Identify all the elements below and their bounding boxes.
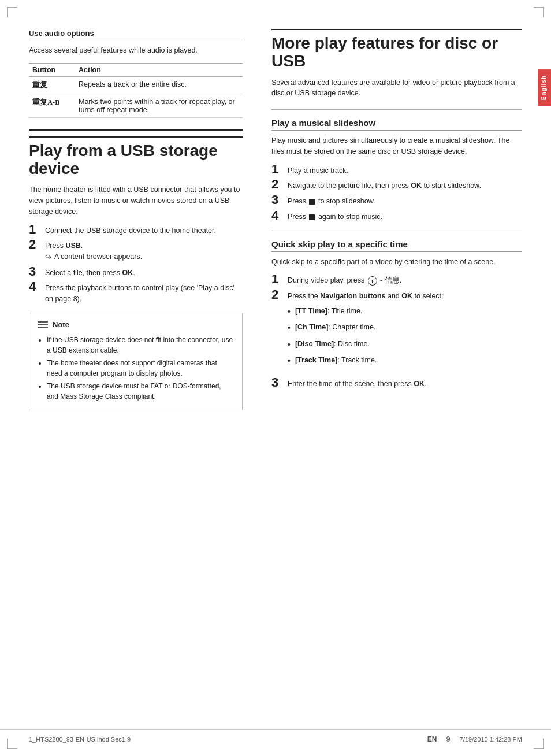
page-wrapper: English Use audio options Access several… <box>0 0 551 756</box>
main-title: More play features for disc or USB <box>271 29 522 71</box>
slideshow-step-2: 2 Navigate to the picture file, then pre… <box>271 179 522 191</box>
footer-right: EN 9 7/19/2010 1:42:28 PM <box>427 735 522 743</box>
usb-step-1: 1 Connect the USB storage device to the … <box>29 224 243 236</box>
quickskip-steps: 1 During video play, press i - 信息. 2 Pre… <box>271 274 522 390</box>
step-text: Press the Navigation buttons and OK to s… <box>288 290 444 302</box>
page-number: 9 <box>446 735 451 743</box>
right-intro: Several advanced features are available … <box>271 77 522 99</box>
slideshow-step-4: 4 Press again to stop music. <box>271 210 522 223</box>
corner-mark-tl <box>7 7 17 17</box>
divider <box>271 231 522 231</box>
step-text: Press again to stop music. <box>288 210 522 223</box>
slideshow-title: Play a musical slideshow <box>271 118 522 131</box>
step-text: Press the playback buttons to control pl… <box>45 281 243 305</box>
quickskip-bullet-list: [TT Time] : Title time. [Ch Time] : Chap… <box>288 305 377 371</box>
table-cell-button: 重复A-B <box>29 94 75 117</box>
language-label: EN <box>427 735 437 743</box>
step-text: Select a file, then press OK. <box>45 266 243 279</box>
note-bullets: If the USB storage device does not fit i… <box>38 335 234 402</box>
language-tab: English <box>538 69 551 106</box>
usb-section-intro: The home theater is fitted with a USB co… <box>29 184 243 217</box>
left-column: Use audio options Access several useful … <box>29 29 243 418</box>
step-number: 1 <box>271 273 288 286</box>
step-number: 4 <box>271 209 288 222</box>
quickskip-section: Quick skip play to a specific time Quick… <box>271 239 522 390</box>
step-text: During video play, press i - 信息. <box>288 274 522 286</box>
arrow-icon: ↪ <box>45 251 51 263</box>
audio-options-title: Use audio options <box>29 29 243 40</box>
step-number: 1 <box>271 163 288 176</box>
note-bullet-item: The USB storage device must be FAT or DO… <box>47 381 234 402</box>
note-icon-line <box>38 324 48 325</box>
step-number: 2 <box>271 178 288 191</box>
footer-date: 7/19/2010 1:42:28 PM <box>460 736 522 743</box>
step-text: Navigate to the picture file, then press… <box>288 179 522 191</box>
section-divider <box>29 129 243 131</box>
table-row: 重复 Repeats a track or the entire disc. <box>29 76 243 94</box>
usb-step-2: 2 Press USB. ↪ A content browser appears… <box>29 239 243 262</box>
usb-section-title: Play from a USB storage device <box>29 136 243 178</box>
step-number: 2 <box>29 238 45 251</box>
quickskip-step-1: 1 During video play, press i - 信息. <box>271 274 522 286</box>
bullet-item-tt: [TT Time] : Title time. <box>288 305 377 318</box>
table-cell-button: 重复 <box>29 76 75 94</box>
slideshow-section: Play a musical slideshow Play music and … <box>271 118 522 223</box>
table-col-button: Button <box>29 63 75 76</box>
step-number: 2 <box>271 288 288 301</box>
corner-mark-tr <box>534 7 544 17</box>
note-icon <box>38 321 48 328</box>
note-bullet-item: The home theater does not support digita… <box>47 358 234 379</box>
usb-steps-list: 1 Connect the USB storage device to the … <box>29 224 243 305</box>
table-cell-action: Repeats a track or the entire disc. <box>75 76 243 94</box>
step-number: 4 <box>29 280 45 293</box>
audio-options-table: Button Action 重复 Repeats a track or the … <box>29 63 243 118</box>
table-cell-action: Marks two points within a track for repe… <box>75 94 243 117</box>
slideshow-step-1: 1 Play a music track. <box>271 164 522 176</box>
usb-step-4: 4 Press the playback buttons to control … <box>29 281 243 305</box>
stop-symbol <box>309 214 315 220</box>
audio-options-intro: Access several useful features while aud… <box>29 45 243 56</box>
content-area: Use audio options Access several useful … <box>0 17 551 430</box>
quickskip-step-3: 3 Enter the time of the scene, then pres… <box>271 377 522 390</box>
bullet-item-disc: [Disc Time] : Disc time. <box>288 338 377 351</box>
audio-options-section: Use audio options Access several useful … <box>29 29 243 118</box>
note-label: Note <box>53 319 69 331</box>
info-icon: i <box>368 276 377 286</box>
table-col-action: Action <box>75 63 243 76</box>
step-number: 3 <box>271 194 288 206</box>
slideshow-intro: Play music and pictures simultaneously t… <box>271 135 522 157</box>
step-text: Enter the time of the scene, then press … <box>288 377 522 390</box>
quickskip-intro: Quick skip to a specific part of a video… <box>271 257 522 268</box>
usb-step-3: 3 Select a file, then press OK. <box>29 266 243 279</box>
note-icon-line <box>38 327 48 328</box>
note-header: Note <box>38 319 234 331</box>
step-sub-text: ↪ A content browser appears. <box>45 251 142 263</box>
slideshow-steps: 1 Play a music track. 2 Navigate to the … <box>271 164 522 223</box>
slideshow-step-3: 3 Press to stop slideshow. <box>271 195 522 207</box>
step-number: 3 <box>271 376 288 389</box>
usb-section: Play from a USB storage device The home … <box>29 136 243 411</box>
stop-symbol <box>309 199 315 205</box>
divider <box>271 109 522 110</box>
right-column: More play features for disc or USB Sever… <box>260 29 522 418</box>
footer-filename: 1_HTS2200_93-EN-US.indd Sec1:9 <box>29 736 131 743</box>
step-sub-content: A content browser appears. <box>54 251 142 262</box>
table-row: 重复A-B Marks two points within a track fo… <box>29 94 243 117</box>
step-text: Press USB. <box>45 239 83 251</box>
quickskip-step-2: 2 Press the Navigation buttons and OK to… <box>271 290 522 374</box>
page-footer: 1_HTS2200_93-EN-US.indd Sec1:9 EN 9 7/19… <box>0 729 551 743</box>
quickskip-title: Quick skip play to a specific time <box>271 239 522 252</box>
note-bullet-item: If the USB storage device does not fit i… <box>47 335 234 355</box>
bullet-item-track: [Track Time] : Track time. <box>288 354 377 367</box>
step-text: Play a music track. <box>288 164 522 176</box>
note-box: Note If the USB storage device does not … <box>29 313 243 411</box>
step-number: 3 <box>29 265 45 278</box>
bullet-item-ch: [Ch Time] : Chapter time. <box>288 321 377 334</box>
note-icon-line <box>38 321 48 323</box>
step-text: Press to stop slideshow. <box>288 195 522 207</box>
step-number: 1 <box>29 223 45 236</box>
step-text: Connect the USB storage device to the ho… <box>45 224 243 236</box>
